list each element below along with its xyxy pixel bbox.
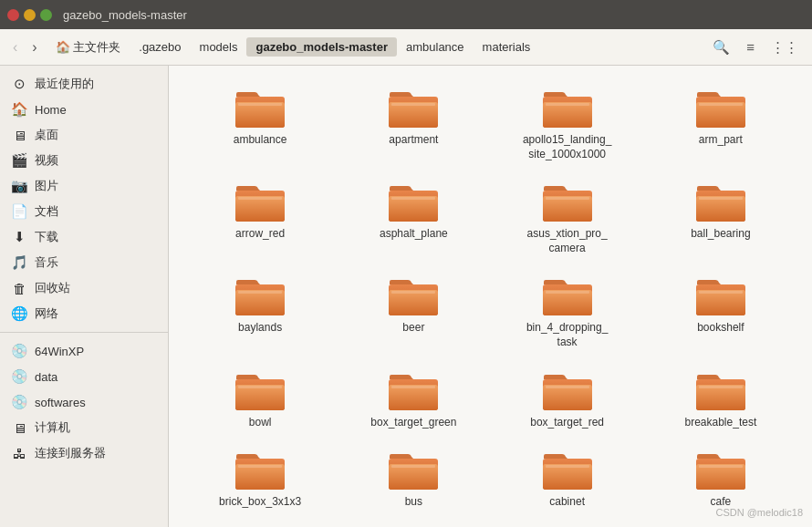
file-item-bowl[interactable]: bowl — [187, 363, 333, 438]
file-item-bus[interactable]: bus — [340, 442, 486, 517]
sidebar-item-connect-server[interactable]: 🖧 连接到服务器 — [0, 440, 168, 466]
file-item-cabinet[interactable]: cabinet — [494, 442, 640, 517]
file-item-breakable_test[interactable]: breakable_test — [648, 363, 794, 438]
sidebar-item-documents[interactable]: 📄 文档 — [0, 199, 168, 224]
toolbar-right: 🔍 ≡ ⋮⋮ — [706, 35, 805, 60]
file-item-ambulance[interactable]: ambulance — [187, 80, 333, 169]
file-item-beer[interactable]: beer — [340, 268, 486, 356]
downloads-icon: ⬇ — [11, 229, 27, 245]
file-label: asus_xtion_pro_camera — [527, 227, 608, 255]
svg-rect-59 — [699, 465, 743, 468]
file-label: bin_4_dropping_task — [526, 321, 608, 349]
forward-button[interactable]: › — [26, 36, 42, 59]
file-item-calibration_plane[interactable]: calibration_plane — [340, 522, 486, 527]
folder-icon — [234, 450, 286, 491]
sidebar-item-home[interactable]: 🏠 Home — [0, 97, 168, 122]
grid-view-button[interactable]: ⋮⋮ — [765, 35, 805, 60]
svg-rect-55 — [543, 464, 592, 490]
sidebar-item-computer[interactable]: 🖥 计算机 — [0, 415, 168, 440]
back-button[interactable]: ‹ — [7, 36, 23, 59]
folder-icon — [388, 370, 439, 412]
folder-icon — [695, 370, 746, 412]
file-item-ball_bearing[interactable]: ball_bearing — [648, 174, 794, 263]
svg-rect-20 — [546, 197, 589, 200]
file-item-bin_4_dropping_task[interactable]: bin_4_dropping_task — [494, 268, 640, 356]
svg-rect-11 — [699, 103, 743, 106]
file-item-box_target_red[interactable]: box_target_red — [494, 363, 640, 438]
sidebar-label-music: 音乐 — [35, 254, 58, 271]
file-label: arrow_red — [235, 227, 285, 242]
svg-rect-2 — [238, 103, 282, 106]
folder-icon — [542, 370, 593, 412]
file-label: apollo15_landing_site_1000x1000 — [523, 133, 611, 161]
file-item-apollo15_landing_site_1000x1000[interactable]: apollo15_landing_site_1000x1000 — [494, 80, 640, 169]
folder-icon — [695, 275, 746, 317]
file-item-brick_box_3x1x3[interactable]: brick_box_3x1x3 — [187, 442, 333, 517]
breadcrumb-gazebo[interactable]: .gazebo — [130, 37, 190, 57]
breadcrumb-ambulance[interactable]: ambulance — [397, 37, 474, 57]
file-label: ambulance — [234, 133, 287, 148]
sidebar-item-music[interactable]: 🎵 音乐 — [0, 250, 168, 275]
file-item-cafe_table[interactable]: cafe_table — [187, 522, 333, 527]
svg-rect-53 — [391, 465, 435, 468]
sidebar-item-desktop[interactable]: 🖥 桌面 — [0, 122, 168, 148]
sidebar-label-connect-server: 连接到服务器 — [35, 445, 106, 461]
folder-icon — [234, 181, 286, 223]
file-item-baylands[interactable]: baylands — [187, 268, 333, 356]
file-area: ambulance apartment — [169, 66, 812, 527]
file-item-box_target_green[interactable]: box_target_green — [340, 363, 486, 438]
file-item-asphalt_plane[interactable]: asphalt_plane — [340, 174, 486, 263]
breadcrumb-bar: 🏠 主文件夹 .gazebo models gazebo_models-mast… — [47, 36, 703, 58]
sidebar-item-trash[interactable]: 🗑 回收站 — [0, 275, 168, 301]
desktop-icon: 🖥 — [11, 128, 27, 143]
file-item-camera[interactable]: camera — [494, 522, 640, 527]
svg-rect-4 — [389, 102, 438, 128]
breadcrumb-home[interactable]: 🏠 主文件夹 — [47, 36, 130, 58]
svg-rect-58 — [696, 464, 745, 490]
file-item-arrow_red[interactable]: arrow_red — [187, 174, 333, 263]
sidebar-item-video[interactable]: 🎬 视频 — [0, 148, 168, 173]
breadcrumb-models[interactable]: models — [191, 37, 247, 57]
sidebar-item-network[interactable]: 🌐 网络 — [0, 301, 168, 326]
drive-icon-2: 💿 — [11, 368, 27, 385]
file-item-asus_xtion_pro_camera[interactable]: asus_xtion_pro_camera — [494, 174, 640, 263]
sidebar-item-pictures[interactable]: 📷 图片 — [0, 173, 168, 199]
file-item-arm_part[interactable]: arm_part — [648, 80, 794, 169]
svg-rect-56 — [546, 465, 589, 468]
file-label: brick_box_3x1x3 — [219, 495, 301, 510]
file-label: arm_part — [699, 133, 743, 148]
sidebar-label-trash: 回收站 — [35, 280, 70, 296]
sidebar-item-softwares[interactable]: 💿 softwares — [0, 389, 168, 415]
sidebar-item-64winxp[interactable]: 💿 64WinXP — [0, 338, 168, 364]
window-controls — [7, 9, 52, 21]
folder-icon — [234, 370, 286, 412]
svg-rect-37 — [235, 385, 285, 410]
sidebar-item-recent[interactable]: ⊙ 最近使用的 — [0, 71, 168, 97]
breadcrumb-gazebo-models-master[interactable]: gazebo_models-master — [246, 37, 397, 57]
file-label: bowl — [249, 416, 272, 430]
breadcrumb-materials[interactable]: materials — [474, 37, 540, 57]
documents-icon: 📄 — [11, 203, 27, 220]
sidebar-label-downloads: 下载 — [35, 229, 58, 245]
file-item-apartment[interactable]: apartment — [340, 80, 486, 169]
close-button[interactable] — [7, 9, 19, 21]
folder-icon — [234, 275, 286, 317]
window-title: gazebo_models-master — [63, 8, 187, 22]
svg-rect-34 — [696, 290, 745, 315]
sidebar-item-downloads[interactable]: ⬇ 下载 — [0, 224, 168, 250]
folder-icon — [388, 450, 439, 491]
sidebar-label-pictures: 图片 — [35, 178, 58, 194]
sidebar-item-data[interactable]: 💿 data — [0, 364, 168, 389]
svg-rect-31 — [543, 290, 592, 315]
list-view-button[interactable]: ≡ — [740, 35, 761, 59]
search-button[interactable]: 🔍 — [706, 35, 736, 60]
file-item-bookshelf[interactable]: bookshelf — [648, 268, 794, 356]
file-label: breakable_test — [685, 416, 757, 430]
svg-rect-25 — [235, 290, 285, 315]
maximize-button[interactable] — [40, 9, 52, 21]
folder-icon — [388, 275, 439, 317]
file-item-cardboard_box[interactable]: cardboard_box — [648, 522, 794, 527]
file-item-cafe[interactable]: cafe — [648, 442, 794, 517]
minimize-button[interactable] — [24, 9, 36, 21]
folder-icon — [234, 88, 286, 129]
